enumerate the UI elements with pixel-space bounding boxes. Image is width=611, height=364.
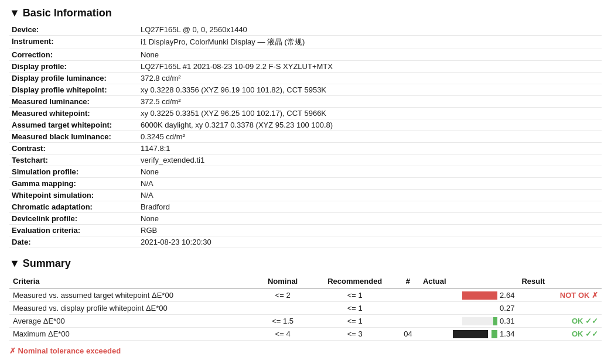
col-header-nominal: Nominal: [252, 274, 313, 289]
actual-value: 0.27: [500, 304, 514, 313]
criteria-cell: Measured vs. display profile whitepoint …: [9, 302, 252, 315]
info-label: Correction:: [9, 49, 138, 61]
hash-cell: [397, 315, 419, 328]
bar-container: [462, 291, 497, 300]
hash-cell: [397, 302, 419, 315]
nominal-cell: <= 2: [252, 289, 313, 302]
actual-value: 0.31: [500, 317, 514, 325]
table-row: Whitepoint simulation: N/A: [9, 190, 602, 201]
result-text: OK ✓✓: [572, 317, 598, 325]
info-label: Instrument:: [9, 36, 138, 49]
bar-green: [491, 330, 497, 338]
result-cell: [518, 302, 602, 315]
summary-section: ▼ Summary Criteria Nominal Recommended #…: [9, 257, 602, 355]
table-row: Gamma mapping: N/A: [9, 178, 602, 190]
basic-info-header: ▼ Basic Information: [9, 7, 602, 19]
info-label: Evaluation criteria:: [9, 225, 138, 236]
table-row: Correction: None: [9, 49, 602, 61]
table-row: Contrast: 1147.8:1: [9, 143, 602, 154]
info-label: Measured black luminance:: [9, 131, 138, 143]
recommended-cell: <= 1: [313, 289, 397, 302]
info-label: Devicelink profile:: [9, 213, 138, 225]
criteria-cell: Measured vs. assumed target whitepoint Δ…: [9, 289, 252, 302]
result-text: OK ✓✓: [572, 329, 598, 338]
col-header-recommended: Recommended: [313, 274, 397, 289]
footnote: ✗ Nominal tolerance exceeded: [9, 346, 602, 355]
info-value: 2021-08-23 10:20:30: [138, 236, 602, 248]
nominal-cell: <= 4: [252, 328, 313, 341]
info-value: N/A: [138, 178, 602, 190]
info-label: Simulation profile:: [9, 166, 138, 178]
info-label: Testchart:: [9, 154, 138, 166]
info-value: LQ27F165L @ 0, 0, 2560x1440: [138, 24, 602, 36]
bar-container: [462, 317, 497, 325]
info-label: Display profile:: [9, 61, 138, 73]
recommended-cell: <= 1: [313, 315, 397, 328]
result-text: NOT OK ✗: [560, 291, 598, 300]
table-row: Measured vs. display profile whitepoint …: [9, 302, 602, 315]
info-value: 6000K daylight, xy 0.3217 0.3378 (XYZ 95…: [138, 119, 602, 131]
table-row: Device: LQ27F165L @ 0, 0, 2560x1440: [9, 24, 602, 36]
table-row: Testchart: verify_extended.ti1: [9, 154, 602, 166]
info-value: i1 DisplayPro, ColorMunki Display — 液晶 (…: [138, 36, 602, 49]
table-row: Date: 2021-08-23 10:20:30: [9, 236, 602, 248]
col-header-criteria: Criteria: [9, 274, 252, 289]
info-value: xy 0.3228 0.3356 (XYZ 96.19 100 101.82),…: [138, 84, 602, 96]
result-cell: NOT OK ✗: [518, 289, 602, 302]
table-row: Display profile: LQ27F165L #1 2021-08-23…: [9, 61, 602, 73]
table-row: Instrument: i1 DisplayPro, ColorMunki Di…: [9, 36, 602, 49]
table-row: Measured luminance: 372.5 cd/m²: [9, 96, 602, 108]
table-row: Measured whitepoint: xy 0.3225 0.3351 (X…: [9, 108, 602, 119]
table-row: Devicelink profile: None: [9, 213, 602, 225]
actual-cell: 1.34: [419, 328, 518, 341]
info-label: Contrast:: [9, 143, 138, 154]
info-label: Measured luminance:: [9, 96, 138, 108]
criteria-cell: Average ΔE*00: [9, 315, 252, 328]
bar-container: [453, 330, 488, 338]
info-label: Chromatic adaptation:: [9, 201, 138, 213]
info-label: Display profile whitepoint:: [9, 84, 138, 96]
col-header-hash: #: [397, 274, 419, 289]
info-value: 0.3245 cd/m²: [138, 131, 602, 143]
hash-cell: [397, 289, 419, 302]
info-label: Display profile luminance:: [9, 73, 138, 84]
info-value: None: [138, 166, 602, 178]
table-row: Display profile luminance: 372.8 cd/m²: [9, 73, 602, 84]
info-value: None: [138, 49, 602, 61]
nominal-cell: [252, 302, 313, 315]
info-label: Device:: [9, 24, 138, 36]
table-row: Display profile whitepoint: xy 0.3228 0.…: [9, 84, 602, 96]
recommended-cell: <= 1: [313, 302, 397, 315]
actual-value: 2.64: [500, 291, 514, 300]
info-value: xy 0.3225 0.3351 (XYZ 96.25 100 102.17),…: [138, 108, 602, 119]
col-header-actual: Actual: [419, 274, 518, 289]
actual-cell: 0.27: [419, 302, 518, 315]
summary-table: Criteria Nominal Recommended # Actual Re…: [9, 274, 602, 341]
table-row: Chromatic adaptation: Bradford: [9, 201, 602, 213]
info-value: N/A: [138, 190, 602, 201]
info-label: Measured whitepoint:: [9, 108, 138, 119]
actual-value: 1.34: [500, 329, 514, 338]
table-row: Evaluation criteria: RGB: [9, 225, 602, 236]
table-row: Maximum ΔE*00 <= 4 <= 3 04 1.34 OK ✓✓: [9, 328, 602, 341]
result-cell: OK ✓✓: [518, 315, 602, 328]
table-row: Simulation profile: None: [9, 166, 602, 178]
result-cell: OK ✓✓: [518, 328, 602, 341]
info-label: Date:: [9, 236, 138, 248]
nominal-cell: <= 1.5: [252, 315, 313, 328]
summary-header: ▼ Summary: [9, 257, 602, 270]
info-label: Whitepoint simulation:: [9, 190, 138, 201]
actual-cell: 0.31: [419, 315, 518, 328]
info-value: RGB: [138, 225, 602, 236]
info-value: 372.5 cd/m²: [138, 96, 602, 108]
basic-info-table: Device: LQ27F165L @ 0, 0, 2560x1440 Inst…: [9, 24, 602, 248]
criteria-cell: Maximum ΔE*00: [9, 328, 252, 341]
info-value: verify_extended.ti1: [138, 154, 602, 166]
table-row: Measured black luminance: 0.3245 cd/m²: [9, 131, 602, 143]
info-label: Gamma mapping:: [9, 178, 138, 190]
info-value: None: [138, 213, 602, 225]
col-header-result: Result: [518, 274, 602, 289]
table-row: Assumed target whitepoint: 6000K dayligh…: [9, 119, 602, 131]
table-row: Average ΔE*00 <= 1.5 <= 1 0.31 OK ✓✓: [9, 315, 602, 328]
hash-cell: 04: [397, 328, 419, 341]
